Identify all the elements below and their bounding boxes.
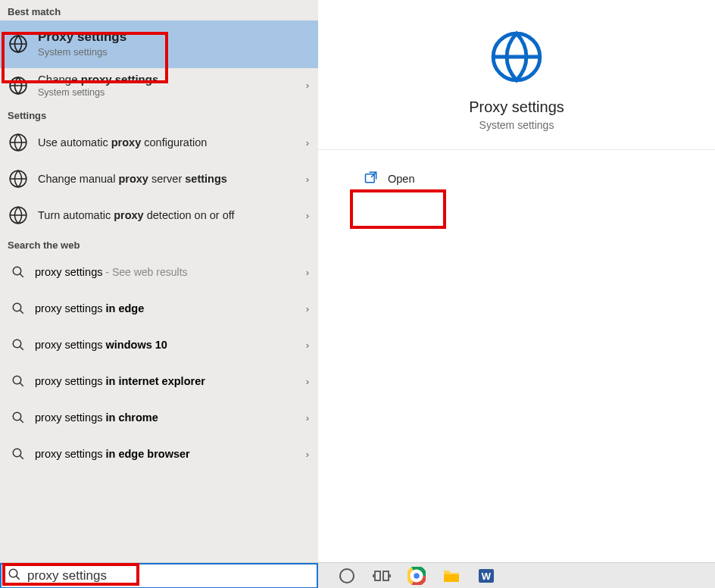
web-item-label: proxy settings in edge — [35, 302, 144, 314]
globe-icon — [318, 29, 715, 85]
taskbar-icons: W — [338, 563, 495, 588]
search-input[interactable] — [27, 568, 317, 583]
svg-rect-16 — [383, 571, 389, 580]
svg-point-5 — [13, 267, 21, 275]
search-results-pane: Best match Proxy settings System setting… — [0, 0, 318, 562]
chevron-right-icon: › — [306, 137, 311, 149]
web-item-label: proxy settings - See web results — [35, 266, 188, 278]
chevron-right-icon: › — [306, 376, 311, 387]
svg-point-8 — [13, 376, 21, 384]
globe-icon — [8, 205, 29, 226]
globe-icon — [8, 33, 29, 55]
search-icon — [8, 568, 21, 584]
word-icon[interactable]: W — [477, 567, 495, 585]
preview-subtitle: System settings — [318, 119, 715, 131]
web-item-label: proxy settings in chrome — [35, 411, 158, 424]
web-item[interactable]: proxy settings - See web results › — [0, 254, 318, 290]
svg-point-9 — [13, 412, 21, 421]
search-icon — [8, 407, 29, 428]
web-item-label: proxy settings in internet explorer — [35, 375, 205, 387]
svg-point-6 — [13, 303, 21, 311]
taskbar-search-box[interactable] — [0, 563, 318, 588]
svg-rect-23 — [444, 574, 459, 582]
web-item[interactable]: proxy settings in internet explorer › — [0, 363, 318, 399]
task-view-icon[interactable] — [373, 567, 391, 585]
web-item-label: proxy settings in edge browser — [35, 448, 190, 460]
settings-item[interactable]: Turn automatic proxy detection on or off… — [0, 197, 318, 233]
best-match-result[interactable]: Proxy settings System settings — [0, 20, 318, 68]
globe-icon — [8, 132, 29, 153]
globe-icon — [8, 168, 29, 189]
chrome-icon[interactable] — [407, 567, 426, 585]
svg-point-13 — [9, 569, 17, 577]
search-icon — [8, 261, 29, 283]
search-icon — [8, 298, 29, 319]
related-title: Change proxy settings — [38, 73, 158, 86]
open-button[interactable]: Open — [356, 165, 422, 192]
settings-item[interactable]: Change manual proxy server settings › — [0, 161, 318, 197]
settings-item-label: Turn automatic proxy detection on or off — [38, 209, 235, 221]
section-header-settings: Settings — [0, 104, 318, 124]
chevron-right-icon: › — [306, 303, 311, 314]
open-label: Open — [388, 173, 414, 185]
open-icon — [364, 170, 379, 187]
section-header-web: Search the web — [0, 233, 318, 254]
chevron-right-icon: › — [306, 80, 311, 91]
chevron-right-icon: › — [306, 412, 311, 424]
related-subtitle: System settings — [38, 87, 158, 98]
search-icon — [8, 334, 29, 355]
chevron-right-icon: › — [306, 210, 311, 221]
divider — [318, 149, 715, 150]
best-match-title: Proxy settings — [38, 30, 126, 45]
section-header-best-match: Best match — [0, 0, 318, 20]
web-item[interactable]: proxy settings windows 10 › — [0, 327, 318, 363]
related-result[interactable]: Change proxy settings System settings › — [0, 68, 318, 104]
search-icon — [8, 371, 29, 392]
web-item[interactable]: proxy settings in edge browser › — [0, 436, 318, 472]
svg-point-7 — [13, 339, 21, 348]
svg-text:W: W — [482, 571, 492, 582]
chevron-right-icon: › — [306, 174, 311, 185]
settings-item-label: Change manual proxy server settings — [38, 173, 227, 185]
settings-item[interactable]: Use automatic proxy configuration › — [0, 124, 318, 161]
settings-item-label: Use automatic proxy configuration — [38, 136, 207, 149]
cortana-icon[interactable] — [338, 567, 356, 585]
chevron-right-icon: › — [306, 339, 311, 351]
svg-point-14 — [340, 569, 354, 583]
preview-title: Proxy settings — [318, 99, 715, 116]
svg-point-10 — [13, 449, 21, 457]
web-item-label: proxy settings windows 10 — [35, 339, 167, 351]
web-item[interactable]: proxy settings in edge › — [0, 290, 318, 327]
svg-rect-15 — [375, 571, 380, 580]
chevron-right-icon: › — [306, 267, 311, 278]
search-icon — [8, 443, 29, 464]
best-match-subtitle: System settings — [38, 46, 126, 58]
chevron-right-icon: › — [306, 449, 311, 460]
preview-pane: Proxy settings System settings Open — [318, 0, 715, 562]
taskbar: W — [0, 562, 715, 588]
globe-icon — [8, 75, 29, 96]
web-item[interactable]: proxy settings in chrome › — [0, 399, 318, 436]
file-explorer-icon[interactable] — [442, 567, 461, 585]
